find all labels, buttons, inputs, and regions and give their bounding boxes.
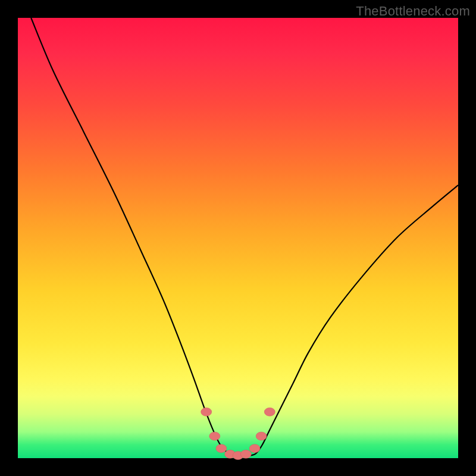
highlight-dot (216, 444, 227, 453)
bottleneck-curve-svg (18, 18, 458, 458)
highlight-dots-group (201, 408, 275, 459)
highlight-dot (201, 408, 212, 416)
highlight-dot (209, 432, 220, 440)
highlight-dot (240, 450, 251, 458)
highlight-dot (256, 432, 267, 440)
highlight-dot (264, 408, 275, 416)
watermark-text: TheBottleneck.com (356, 4, 470, 19)
plot-area (18, 18, 458, 458)
chart-frame: TheBottleneck.com (0, 0, 476, 476)
bottleneck-curve (31, 18, 458, 456)
highlight-dot (249, 444, 260, 453)
